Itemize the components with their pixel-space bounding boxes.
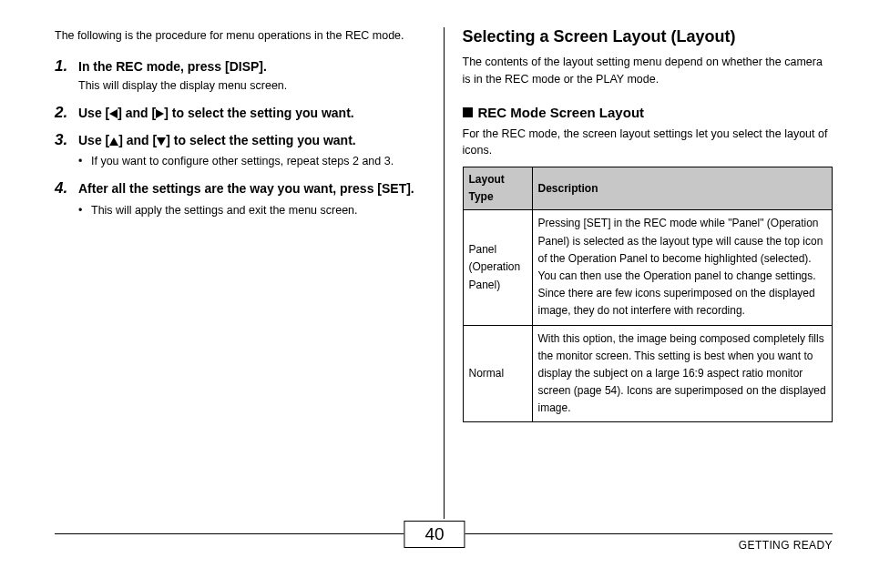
subsection-title: REC Mode Screen Layout <box>478 105 645 120</box>
layout-type-cell: Normal <box>463 325 532 422</box>
bullet-dot: • <box>78 152 91 170</box>
left-column: The following is the procedure for menu … <box>55 27 436 519</box>
table-header-description: Description <box>532 167 833 210</box>
step-subtext: This will display the display menu scree… <box>78 77 425 95</box>
table-row: Normal With this option, the image being… <box>463 325 833 422</box>
intro-text: The following is the procedure for menu … <box>55 27 425 45</box>
step-4: 4. After all the settings are the way yo… <box>55 179 425 218</box>
square-bullet-icon <box>463 107 473 117</box>
step-title-pre: Use [ <box>78 133 109 147</box>
layout-type-cell: Panel (Operation Panel) <box>463 210 532 325</box>
step-title-post: ] to select the setting you want. <box>164 106 353 120</box>
step-number: 2. <box>55 104 78 122</box>
subsection-intro: For the REC mode, the screen layout sett… <box>463 126 833 160</box>
up-arrow-icon <box>109 137 118 146</box>
left-arrow-icon <box>109 109 118 118</box>
bullet-dot: • <box>78 201 91 219</box>
table-header-layout-type: Layout Type <box>463 167 532 210</box>
step-title: After all the settings are the way you w… <box>78 179 425 198</box>
subsection-heading: REC Mode Screen Layout <box>463 105 833 120</box>
step-3: 3. Use [] and [] to select the setting y… <box>55 131 425 170</box>
step-title: In the REC mode, press [DISP]. <box>78 57 425 76</box>
step-bullet: • If you want to configure other setting… <box>78 152 425 170</box>
step-title-mid: ] and [ <box>118 133 157 147</box>
column-divider <box>444 27 445 519</box>
down-arrow-icon <box>157 137 166 146</box>
step-1: 1. In the REC mode, press [DISP]. This w… <box>55 57 425 95</box>
step-number: 1. <box>55 57 78 95</box>
layout-table: Layout Type Description Panel (Operation… <box>463 167 833 422</box>
step-title: Use [] and [] to select the setting you … <box>78 104 425 122</box>
right-column: Selecting a Screen Layout (Layout) The c… <box>452 27 833 519</box>
page-number: 40 <box>404 521 465 548</box>
section-heading: Selecting a Screen Layout (Layout) <box>463 27 833 46</box>
step-title: Use [] and [] to select the setting you … <box>78 131 425 149</box>
step-title-post: ] to select the setting you want. <box>166 133 355 147</box>
footer-section-label: GETTING READY <box>739 539 833 552</box>
step-title-mid: ] and [ <box>118 106 156 120</box>
page-footer: 40 GETTING READY <box>0 533 869 577</box>
table-row: Panel (Operation Panel) Pressing [SET] i… <box>463 210 833 325</box>
bullet-text: If you want to configure other settings,… <box>91 152 394 170</box>
bullet-text: This will apply the settings and exit th… <box>91 201 358 219</box>
step-number: 4. <box>55 179 78 218</box>
step-bullet: • This will apply the settings and exit … <box>78 201 425 219</box>
step-2: 2. Use [] and [] to select the setting y… <box>55 104 425 122</box>
table-header-row: Layout Type Description <box>463 167 833 210</box>
description-cell: Pressing [SET] in the REC mode while "Pa… <box>532 210 833 325</box>
section-intro: The contents of the layout setting menu … <box>463 54 833 88</box>
step-number: 3. <box>55 131 78 170</box>
step-title-pre: Use [ <box>78 106 109 120</box>
right-arrow-icon <box>156 109 164 118</box>
description-cell: With this option, the image being compos… <box>532 325 833 422</box>
